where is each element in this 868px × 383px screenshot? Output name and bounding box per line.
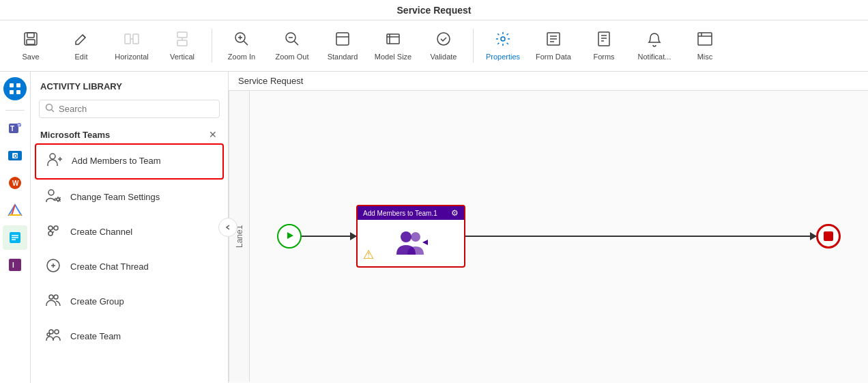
form-data-label: Form Data [536,53,571,61]
create-chat-thread-icon [44,257,62,277]
svg-point-64 [54,226,58,230]
lane-body: Add Members to Team.1 ⚙ [250,91,868,382]
warning-icon: ⚠ [363,247,374,262]
flow-arrow-2 [465,236,816,237]
standard-label: Standard [328,53,358,61]
svg-point-75 [55,330,59,334]
svg-point-73 [54,295,58,299]
svg-text:I: I [12,261,14,269]
toolbar-zoom-in[interactable]: Zoom In [218,24,265,68]
section-label: Microsoft Teams [40,130,110,140]
canvas-title: Service Request [229,72,868,91]
drive-icon[interactable] [3,198,27,223]
standard-icon [334,31,351,50]
play-icon [285,231,295,242]
svg-rect-4 [133,34,139,44]
activity-node-header: Add Members to Team.1 ⚙ [358,206,464,220]
svg-point-56 [46,104,53,111]
icon-bar-separator-1 [5,110,25,111]
toolbar-model-size[interactable]: Model Size [369,24,417,68]
canvas-content: Lane1 [229,91,868,382]
outlook-icon[interactable]: O [3,143,27,168]
toolbar-form-data[interactable]: Form Data [530,24,577,68]
svg-point-72 [49,295,53,299]
create-group-icon [44,292,62,312]
create-group-label: Create Group [70,296,124,308]
svg-line-10 [244,41,248,45]
toolbar-validate[interactable]: Validate [420,24,467,68]
toolbar: Save Edit Horizontal [0,20,868,72]
purple-app-icon[interactable]: I [3,253,27,277]
teams-icon[interactable]: T T [3,116,27,141]
toolbar-notifications[interactable]: Notificat... [631,24,678,68]
svg-rect-6 [177,32,187,38]
toolbar-vertical[interactable]: Vertical [158,24,206,68]
svg-line-57 [52,110,55,113]
end-event[interactable] [816,224,841,249]
toolbar-forms[interactable]: Forms [580,24,628,68]
toolbar-edit[interactable]: Edit [57,24,105,68]
svg-rect-18 [387,34,399,44]
sidebar-collapse-button[interactable] [218,218,237,237]
toolbar-standard[interactable]: Standard [319,24,366,68]
forms-icon [596,31,612,50]
search-input[interactable] [59,104,214,114]
zoom-in-label: Zoom In [228,53,255,61]
stop-icon [824,231,833,241]
svg-rect-3 [125,34,130,44]
svg-marker-80 [422,240,428,245]
horizontal-label: Horizontal [115,53,149,61]
create-channel-icon [44,223,62,242]
toolbar-horizontal[interactable]: Horizontal [108,24,156,68]
office-icon[interactable]: W [3,171,27,195]
vertical-icon [174,31,190,50]
sidebar-item-add-members[interactable]: Add Members to Team [35,143,224,180]
edit-label: Edit [75,53,88,61]
activity-node[interactable]: Add Members to Team.1 ⚙ [356,205,465,268]
toolbar-zoom-out[interactable]: Zoom Out [268,24,316,68]
sidebar-item-create-team[interactable]: Create Team [35,320,224,354]
svg-marker-77 [287,232,293,239]
svg-rect-34 [10,83,14,87]
search-icon [45,103,55,115]
svg-rect-36 [10,90,14,94]
activity-icon-svg [394,226,428,260]
misc-label: Misc [697,53,713,61]
svg-line-14 [294,41,298,45]
properties-label: Properties [486,53,520,61]
sidebar-item-change-team-settings[interactable]: Change Team Settings [35,181,224,214]
zoom-out-icon [284,31,300,50]
svg-text:T: T [18,124,20,128]
svg-point-65 [48,231,53,236]
change-team-settings-label: Change Team Settings [70,192,160,203]
sidebar-item-create-channel[interactable]: Create Channel [35,216,224,249]
model-size-icon [385,31,401,50]
svg-rect-27 [598,32,609,46]
sidebar-item-create-chat-thread[interactable]: Create Chat Thread [35,251,224,284]
svg-point-63 [48,226,53,230]
svg-rect-54 [9,259,21,271]
add-members-label: Add Members to Team [72,156,161,167]
toolbar-properties[interactable]: Properties [479,24,527,68]
validate-icon [435,31,452,50]
svg-point-79 [411,232,420,242]
section-close-icon[interactable]: ✕ [209,129,217,140]
form-data-icon [545,31,562,50]
create-channel-label: Create Channel [70,227,132,238]
sidebar-item-create-group[interactable]: Create Group [35,285,224,319]
activity-node-body: ⚠ [358,220,464,266]
toolbar-misc[interactable]: Misc [681,24,729,68]
toolbar-save[interactable]: Save [7,24,55,68]
search-box[interactable] [39,100,220,118]
start-event[interactable] [277,224,302,249]
svg-point-76 [47,333,50,336]
app-launcher-icon[interactable] [3,77,27,100]
svg-rect-35 [16,83,20,87]
notes-icon[interactable] [3,225,27,250]
svg-point-62 [57,198,59,201]
activity-node-gear-icon[interactable]: ⚙ [451,208,459,218]
save-icon [23,31,39,50]
svg-text:W: W [12,180,19,187]
save-label: Save [22,53,39,61]
validate-label: Validate [431,53,457,61]
